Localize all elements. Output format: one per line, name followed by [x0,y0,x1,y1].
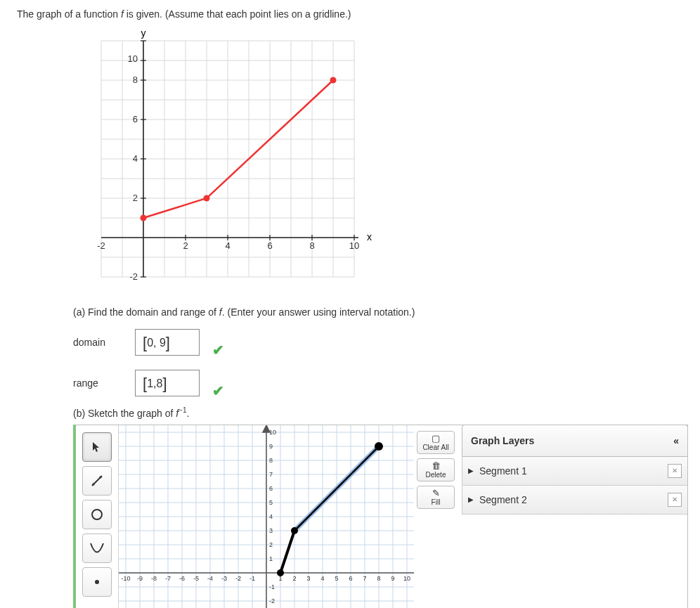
svg-line-139 [280,531,294,573]
svg-text:-2: -2 [235,575,241,582]
sketch-canvas[interactable]: -10-9-8-7-6-5-4-3-2-1 12345678910 -2-1 1… [119,425,414,608]
svg-point-144 [375,442,383,451]
check-icon: ✔ [212,342,224,358]
svg-text:-10: -10 [121,575,130,582]
svg-text:4: 4 [269,513,273,520]
svg-text:6: 6 [267,240,272,251]
svg-point-61 [95,580,99,584]
part-b-text: (b) Sketch the graph of f−1. [73,406,683,419]
clear-all-button[interactable]: ▢ Clear All [417,431,455,454]
svg-text:-2: -2 [269,597,275,604]
tool-segment[interactable] [82,466,112,496]
svg-text:x: x [367,231,372,242]
layers-panel: Graph Layers « ▶ Segment 1 ✕ ▶ Segment 2… [462,425,688,608]
range-label: range [73,377,122,389]
svg-text:y: y [141,27,146,39]
svg-point-143 [291,527,298,534]
tool-point[interactable] [82,567,112,597]
svg-text:2: 2 [292,575,296,582]
domain-field[interactable]: [[0, 9]0, 9] [135,329,200,356]
svg-text:7: 7 [269,471,273,478]
svg-text:4: 4 [225,240,230,251]
svg-text:8: 8 [269,457,273,464]
svg-text:8: 8 [377,575,380,582]
collapse-icon[interactable]: « [673,435,679,446]
svg-text:-1: -1 [249,575,255,582]
function-graph: -2 2 4 6 8 10 -2 2 4 6 8 10 x y [87,27,683,294]
range-field[interactable]: [1,8][1,8] [135,370,200,396]
delete-button[interactable]: 🗑 Delete [417,458,455,481]
tool-circle[interactable] [82,500,112,529]
trash-icon: 🗑 [432,461,441,470]
stop-icon: ▢ [432,434,440,443]
svg-text:6: 6 [349,575,352,582]
svg-text:4: 4 [320,575,324,582]
svg-text:-2: -2 [97,240,105,251]
svg-text:10: 10 [349,240,359,251]
graph-tool: -10-9-8-7-6-5-4-3-2-1 12345678910 -2-1 1… [73,425,688,608]
svg-text:9: 9 [391,575,394,582]
svg-text:-9: -9 [137,575,143,582]
svg-point-142 [277,569,284,576]
svg-point-55 [204,195,210,202]
svg-text:2: 2 [269,541,273,548]
svg-text:10: 10 [269,429,276,436]
svg-text:3: 3 [306,575,310,582]
delete-layer-icon[interactable]: ✕ [668,464,682,478]
prompt-pre: The graph of a function [17,8,121,20]
svg-text:1: 1 [269,555,273,562]
svg-text:6: 6 [133,114,138,124]
layer-row[interactable]: ▶ Segment 1 ✕ [462,457,688,486]
question-prompt: The graph of a function f is given. (Ass… [17,8,683,20]
svg-point-54 [141,215,147,221]
expand-icon[interactable]: ▶ [468,496,474,503]
svg-text:8: 8 [309,240,314,251]
delete-layer-icon[interactable]: ✕ [668,493,682,507]
tool-parabola[interactable] [82,533,112,563]
svg-text:7: 7 [363,575,366,582]
svg-text:3: 3 [269,527,273,534]
svg-text:8: 8 [133,75,138,85]
svg-text:-6: -6 [179,575,185,582]
svg-text:9: 9 [269,443,273,450]
layer-row[interactable]: ▶ Segment 2 ✕ [462,486,688,515]
fill-icon: ✎ [432,489,440,498]
svg-text:10: 10 [403,575,410,582]
svg-text:-1: -1 [269,583,275,590]
layers-header[interactable]: Graph Layers « [462,425,688,457]
svg-text:5: 5 [335,575,338,582]
svg-text:-3: -3 [221,575,227,582]
svg-text:-4: -4 [207,575,213,582]
svg-text:-5: -5 [193,575,199,582]
fill-button[interactable]: ✎ Fill [417,486,455,509]
domain-label: domain [73,337,122,348]
svg-text:2: 2 [133,193,138,203]
svg-point-60 [92,510,102,519]
svg-text:6: 6 [269,485,273,492]
action-buttons: ▢ Clear All 🗑 Delete ✎ Fill [414,425,458,608]
svg-text:5: 5 [269,499,273,506]
tool-pointer[interactable] [82,432,112,462]
expand-icon[interactable]: ▶ [468,467,474,474]
svg-point-56 [330,77,337,84]
svg-text:10: 10 [128,53,138,64]
svg-text:-2: -2 [129,271,138,282]
tool-palette [76,425,119,608]
svg-text:-8: -8 [151,575,157,582]
svg-text:4: 4 [133,153,138,164]
svg-text:-7: -7 [165,575,171,582]
svg-text:2: 2 [183,240,188,251]
prompt-post: is given. (Assume that each point lies o… [124,8,351,20]
check-icon: ✔ [212,382,224,399]
part-a-text: (a) Find the domain and range of f. (Ent… [73,306,683,318]
